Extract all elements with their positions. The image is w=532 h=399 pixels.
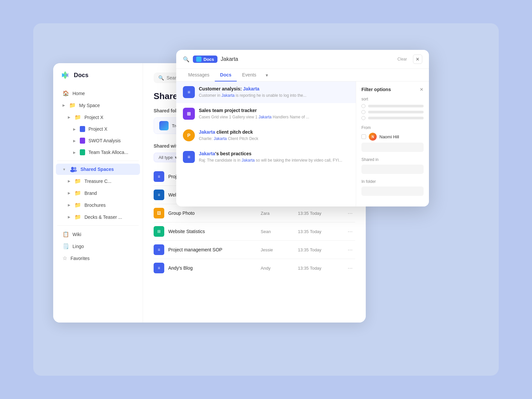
from-input[interactable] (361, 143, 424, 152)
file-time: 13:35 Today (298, 247, 341, 252)
sidebar-item-teamtask[interactable]: ▶ Team Task Alloca... (56, 147, 140, 158)
result-item[interactable]: ≡ Jakarta's best practices Raj: The cand… (176, 146, 356, 168)
chevron-right-icon: ▶ (68, 191, 70, 195)
result-item[interactable]: ⊞ Sales team project tracker Cases Grid … (176, 103, 356, 125)
sidebar-item-treasure[interactable]: ▶ 📁 Treasure C... (56, 175, 140, 187)
treasure-icon (159, 121, 169, 130)
sidebar-item-favorites[interactable]: ☆ Favorites (56, 252, 140, 264)
result-subtitle: Customer in Jakarta is reporting he is u… (199, 92, 349, 98)
wiki-icon: 📋 (63, 231, 69, 237)
close-button[interactable]: ✕ (413, 55, 422, 64)
filter-from-label: From (361, 125, 424, 130)
tab-more-button[interactable]: ▾ (262, 69, 272, 81)
sidebar-item-decks[interactable]: ▶ 📁 Decks & Teaser ... (56, 211, 140, 223)
sidebar-item-wiki[interactable]: 📋 Wiki (56, 228, 140, 240)
divider (57, 161, 139, 161)
filter-panel-title: Filter options (361, 87, 391, 92)
grid-icon (80, 138, 85, 144)
file-row[interactable]: ≡ Project management SOP Jessie 13:35 To… (154, 241, 355, 259)
sidebar-item-sharedspaces[interactable]: ▼ Shared Spaces (56, 164, 140, 175)
chevron-right-icon: ▶ (68, 115, 70, 119)
folder-icon: 📁 (69, 102, 76, 108)
file-name: Group Photo (168, 210, 257, 216)
filter-sort-label: sort (361, 97, 424, 101)
result-avatar: ⊞ (183, 108, 195, 120)
file-icon-doc: ≡ (154, 190, 164, 200)
sidebar: Docs 🏠 Home ▶ 📁 My Space ▶ 📁 Project X ▶… (53, 63, 143, 323)
sidebar-item-brochures[interactable]: ▶ 📁 Brochures (56, 199, 140, 211)
filter-infolder-label: In folder (361, 179, 424, 184)
folder-icon: 📁 (74, 190, 81, 196)
sidebar-item-swot[interactable]: ▶ SWOT Analysis (56, 135, 140, 146)
result-content: Sales team project tracker Cases Grid vi… (199, 108, 349, 120)
more-menu-button[interactable]: ··· (345, 265, 355, 272)
filter-sharedin-section: Shared in (361, 157, 424, 174)
svg-point-1 (74, 167, 76, 170)
search-overlay: 🔍 Docs Clear ✕ Messages Docs Events ▾ (176, 50, 429, 206)
clear-button[interactable]: Clear (397, 57, 407, 62)
file-owner: Zara (261, 211, 294, 216)
radio-button[interactable] (361, 110, 365, 114)
filter-option[interactable] (361, 116, 424, 120)
result-item[interactable]: P Jakarta client pitch deck Charlie: Jak… (176, 125, 356, 146)
radio-button[interactable] (361, 116, 365, 120)
file-row[interactable]: 🖼 Group Photo Zara 13:35 Today ··· (154, 204, 355, 222)
sidebar-item-brand[interactable]: ▶ 📁 Brand (56, 187, 140, 199)
file-row[interactable]: ≡ Andy's Blog Andy 13:35 Today ··· (154, 259, 355, 277)
result-item[interactable]: ≡ Customer analysis: Jakarta Customer in… (176, 81, 356, 103)
filter-type-label: All type (159, 155, 173, 160)
search-overlay-header: 🔍 Docs Clear ✕ (176, 50, 429, 69)
filter-sort-section: sort (361, 97, 424, 120)
file-row[interactable]: ⊞ Website Statistics Sean 13:35 Today ··… (154, 222, 355, 241)
result-title: Jakarta client pitch deck (199, 129, 349, 135)
file-name: Website Statistics (168, 229, 257, 234)
tab-messages[interactable]: Messages (183, 69, 215, 81)
filter-user[interactable]: N Naomi Hill (361, 133, 424, 141)
filter-panel: Filter options ✕ sort (356, 81, 429, 206)
home-icon: 🏠 (63, 90, 69, 96)
sidebar-item-home[interactable]: 🏠 Home (56, 87, 140, 99)
more-menu-button[interactable]: ··· (345, 210, 355, 217)
search-overlay-input[interactable] (221, 56, 394, 62)
file-owner: Jessie (261, 247, 294, 252)
chevron-right-icon: ▶ (73, 139, 76, 143)
filter-bar (368, 105, 424, 107)
divider (57, 225, 139, 226)
more-menu-button[interactable]: ··· (345, 246, 355, 253)
result-avatar: P (183, 129, 195, 141)
chevron-right-icon: ▶ (63, 103, 65, 107)
result-title: Customer analysis: Jakarta (199, 86, 349, 91)
tab-docs[interactable]: Docs (215, 69, 237, 81)
file-icon-doc: ≡ (154, 244, 164, 255)
result-subtitle: Raj: The candidate is in Jakarta so will… (199, 157, 349, 163)
file-time: 13:35 Today (298, 229, 341, 234)
checkbox[interactable] (361, 134, 366, 139)
sidebar-item-lingo[interactable]: 🗒️ Lingo (56, 240, 140, 252)
sidebar-item-myspace[interactable]: ▶ 📁 My Space (56, 99, 140, 111)
filter-sharedin-label: Shared in (361, 157, 424, 162)
doc-icon (80, 126, 85, 132)
result-avatar: ≡ (183, 151, 195, 163)
radio-button[interactable] (361, 104, 365, 108)
folder-icon: 📁 (74, 214, 81, 220)
search-body: ≡ Customer analysis: Jakarta Customer in… (176, 81, 429, 206)
tab-events[interactable]: Events (237, 69, 262, 81)
filter-option[interactable] (361, 104, 424, 108)
file-time: 13:35 Today (298, 266, 341, 271)
app-logo: Docs (53, 70, 143, 87)
chevron-right-icon: ▶ (73, 127, 76, 131)
result-title: Jakarta's best practices (199, 151, 349, 156)
infolder-input[interactable] (361, 187, 424, 196)
search-results: ≡ Customer analysis: Jakarta Customer in… (176, 81, 356, 175)
filter-option[interactable] (361, 110, 424, 114)
result-subtitle: Charlie: Jakarta Client Pitch Deck (199, 136, 349, 142)
folder-icon: 📁 (74, 178, 81, 184)
sidebar-item-projectx-doc[interactable]: ▶ Project X (56, 123, 140, 135)
filter-close-button[interactable]: ✕ (420, 87, 424, 92)
filter-panel-header: Filter options ✕ (361, 87, 424, 92)
file-icon-doc: ≡ (154, 171, 164, 182)
more-menu-button[interactable]: ··· (345, 228, 355, 235)
file-icon-image: 🖼 (154, 208, 164, 218)
sidebar-item-projectx-folder[interactable]: ▶ 📁 Project X (56, 111, 140, 123)
sharedin-input[interactable] (361, 165, 424, 174)
